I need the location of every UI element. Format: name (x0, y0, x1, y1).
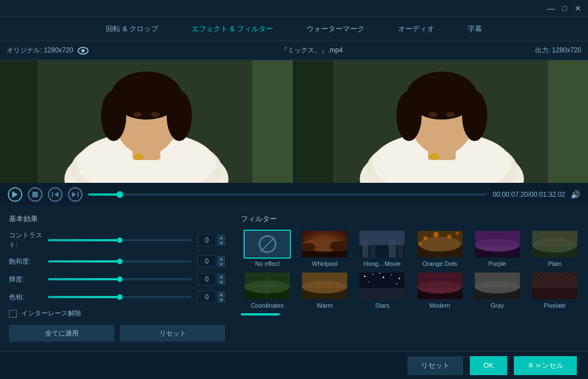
filter-name-whirlpool: Whirlpool (312, 260, 338, 267)
hue-up-arrow[interactable]: ▲ (217, 291, 225, 297)
filter-stars[interactable]: Stars (356, 271, 409, 309)
svg-point-78 (383, 276, 385, 278)
contrast-slider[interactable] (48, 239, 192, 241)
filter-no-effect[interactable]: No effect (241, 230, 294, 267)
tab-effects[interactable]: エフェクト & フィルター (192, 22, 273, 36)
brightness-value: 0 (197, 273, 216, 285)
main-content: 基本効果 コントラスト: 0 ▲ ▼ 飽和度: (0, 206, 588, 351)
original-video-frame (0, 60, 293, 183)
filter-name-stars: Stars (375, 302, 390, 309)
svg-point-29 (429, 154, 439, 160)
maximize-button[interactable]: □ (559, 3, 570, 14)
close-button[interactable]: ✕ (572, 3, 584, 14)
preview-video-panel (295, 60, 589, 183)
progress-thumb (116, 191, 123, 198)
svg-point-76 (365, 275, 366, 277)
filter-thumb-whirlpool (301, 230, 348, 259)
filters-panel: フィルター No effect (234, 206, 588, 351)
filter-coordinates[interactable]: Coordinates (241, 271, 294, 309)
eye-icon[interactable] (77, 47, 89, 55)
reset-effects-button[interactable]: リセット (120, 325, 225, 342)
video-area (0, 60, 588, 183)
saturation-value: 0 (197, 255, 216, 268)
filter-orange[interactable]: Orange Dots (413, 230, 466, 267)
contrast-up-arrow[interactable]: ▲ (217, 235, 225, 240)
bottom-bar: リセット OK キャンセル (0, 351, 588, 379)
dialog-reset-button[interactable]: リセット (407, 356, 463, 375)
title-bar: — □ ✕ (0, 0, 588, 17)
filter-name-modern: Modern (429, 302, 450, 309)
filter-name-no-effect: No effect (255, 260, 280, 267)
svg-point-80 (399, 278, 400, 279)
filter-purple[interactable]: Purple (471, 230, 524, 267)
no-effect-circle-icon (259, 235, 276, 253)
hue-value: 0 (197, 291, 216, 303)
interlace-label: インターレース解除 (21, 309, 81, 318)
svg-point-11 (167, 91, 192, 142)
contrast-label: コントラスト: (9, 231, 48, 250)
svg-rect-87 (417, 273, 463, 288)
svg-point-56 (418, 242, 421, 245)
brightness-label: 輝度: (9, 275, 48, 284)
filter-thumb-gray (474, 271, 521, 300)
filters-title: フィルター (241, 214, 581, 224)
basic-effects-title: 基本効果 (9, 214, 225, 224)
dialog-cancel-button[interactable]: キャンセル (514, 356, 577, 375)
svg-point-14 (134, 154, 144, 160)
output-resolution: 出力: 1280x720 (535, 46, 581, 54)
filter-hongkong[interactable]: Hong…Movie (356, 230, 409, 267)
stop-button[interactable] (28, 187, 42, 202)
svg-point-27 (428, 112, 437, 117)
preview-video-frame (295, 60, 589, 183)
tab-watermark[interactable]: ウォーターマーク (307, 22, 365, 36)
svg-rect-73 (302, 273, 347, 288)
saturation-up-arrow[interactable]: ▲ (217, 256, 225, 261)
filter-thumb-no-effect (244, 230, 291, 259)
minimize-button[interactable]: — (546, 3, 557, 14)
svg-point-53 (433, 232, 439, 237)
filter-modern[interactable]: Modern (413, 271, 466, 309)
hue-row: 色相: 0 ▲ ▼ (9, 291, 225, 303)
filter-thumb-warm (301, 271, 348, 300)
play-button[interactable] (8, 187, 22, 202)
next-frame-button[interactable] (68, 187, 82, 202)
filter-name-gray: Gray (490, 302, 504, 309)
filter-thumb-coordinates (244, 271, 291, 300)
filter-gray[interactable]: Gray (471, 271, 524, 309)
tab-rotate[interactable]: 回転 & クロップ (106, 22, 158, 36)
interlace-checkbox[interactable] (9, 310, 17, 318)
contrast-down-arrow[interactable]: ▼ (217, 240, 225, 246)
original-video-panel (0, 60, 293, 183)
volume-icon[interactable]: 🔊 (571, 190, 580, 199)
saturation-down-arrow[interactable]: ▼ (217, 261, 225, 267)
svg-rect-97 (532, 288, 577, 299)
hue-slider[interactable] (48, 296, 192, 298)
saturation-slider[interactable] (48, 260, 192, 263)
apply-all-button[interactable]: 全てに適用 (9, 325, 114, 342)
contrast-row: コントラスト: 0 ▲ ▼ (9, 231, 225, 250)
filter-whirlpool[interactable]: Whirlpool (298, 230, 351, 267)
svg-rect-64 (532, 231, 577, 246)
filter-plain[interactable]: Plain (528, 230, 581, 267)
svg-rect-75 (359, 288, 405, 299)
progress-bar[interactable] (88, 193, 487, 196)
brightness-down-arrow[interactable]: ▼ (217, 279, 225, 285)
brightness-up-arrow[interactable]: ▲ (217, 274, 225, 279)
dialog-ok-button[interactable]: OK (470, 356, 507, 375)
filter-name-purple: Purple (488, 260, 506, 267)
svg-point-25 (396, 91, 421, 142)
filter-pixelate[interactable]: Pixelate (528, 271, 581, 309)
filter-thumb-orange (416, 230, 464, 259)
brightness-slider[interactable] (48, 278, 192, 280)
svg-point-28 (446, 112, 455, 117)
prev-frame-button[interactable] (48, 187, 62, 202)
svg-rect-34 (77, 192, 79, 197)
hue-down-arrow[interactable]: ▼ (217, 297, 225, 303)
filter-thumb-hongkong (358, 230, 406, 259)
tab-subtitle[interactable]: 字幕 (468, 22, 482, 36)
tab-audio[interactable]: オーディオ (398, 22, 434, 36)
filter-warm[interactable]: Warm (298, 271, 351, 309)
svg-point-83 (396, 283, 397, 284)
interlace-row: インターレース解除 (9, 309, 225, 318)
filter-name-orange: Orange Dots (422, 260, 457, 267)
